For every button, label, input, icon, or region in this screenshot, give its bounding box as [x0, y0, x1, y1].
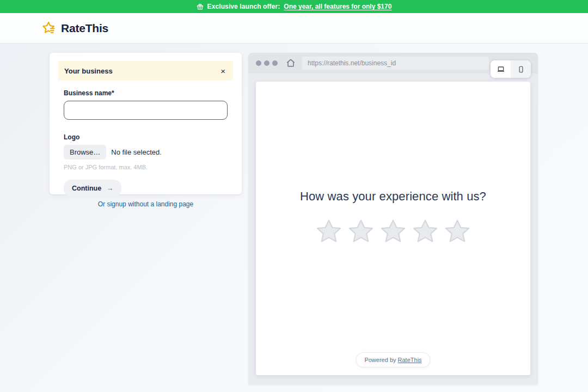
preview-page: How was your experience with us? Powered…	[256, 82, 530, 375]
app-header: RateThis	[0, 13, 588, 44]
browser-toolbar: https://ratethis.net/business_id	[248, 53, 538, 74]
window-dot	[264, 60, 270, 66]
star-icon[interactable]	[444, 218, 471, 244]
window-dot	[272, 60, 278, 66]
gift-icon	[197, 3, 204, 10]
business-name-input[interactable]	[64, 101, 228, 120]
powered-by-badge: Powered by RateThis	[356, 352, 430, 367]
close-icon[interactable]: ×	[219, 66, 226, 76]
brand-name: RateThis	[61, 22, 108, 35]
star-icon[interactable]	[315, 218, 342, 244]
mobile-view-button[interactable]	[511, 60, 531, 78]
powered-by-link[interactable]: RateThis	[398, 357, 422, 363]
banner-offer-link[interactable]: One year, all features for only $170	[284, 3, 391, 10]
banner-label: Exclusive launch offer:	[207, 3, 280, 10]
continue-label: Continue	[72, 185, 101, 192]
window-dot	[256, 60, 261, 66]
preview-url: https://ratethis.net/business_id	[308, 59, 396, 67]
powered-by-text: Powered by	[364, 357, 397, 363]
file-status-text: No file selected.	[111, 148, 162, 156]
star-icon[interactable]	[412, 218, 439, 244]
skip-landing-page-link[interactable]: Or signup without a landing page	[50, 200, 242, 208]
continue-button[interactable]: Continue →	[64, 180, 121, 197]
home-icon	[285, 58, 296, 69]
landing-page-preview-panel: https://ratethis.net/business_id	[248, 53, 538, 385]
window-controls	[256, 60, 278, 66]
logo-label: Logo	[64, 133, 228, 141]
card-body: Business name* Logo Browse… No file sele…	[50, 81, 242, 197]
device-preview-toggle	[491, 60, 531, 78]
browse-button[interactable]: Browse…	[64, 145, 106, 160]
desktop-view-button[interactable]	[491, 60, 511, 78]
logo-file-row: Browse… No file selected.	[64, 145, 228, 160]
card-header: Your business ×	[58, 61, 233, 81]
business-form-card: Your business × Business name* Logo Brow…	[50, 53, 242, 194]
star-icon[interactable]	[347, 218, 375, 244]
app-logo[interactable]: RateThis	[41, 21, 108, 36]
address-bar: https://ratethis.net/business_id	[302, 57, 489, 70]
logo-format-hint: PNG or JPG format, max. 4MB.	[64, 164, 228, 170]
star-icon[interactable]	[379, 218, 407, 244]
business-name-label: Business name*	[64, 89, 228, 97]
card-title: Your business	[64, 67, 113, 75]
arrow-right-icon: →	[106, 184, 113, 192]
rating-question: How was your experience with us?	[300, 189, 486, 204]
main-content: Your business × Business name* Logo Brow…	[0, 44, 588, 392]
star-rating[interactable]	[315, 218, 471, 244]
logo-star-icon	[41, 21, 58, 36]
launch-offer-banner: Exclusive launch offer: One year, all fe…	[0, 0, 588, 13]
